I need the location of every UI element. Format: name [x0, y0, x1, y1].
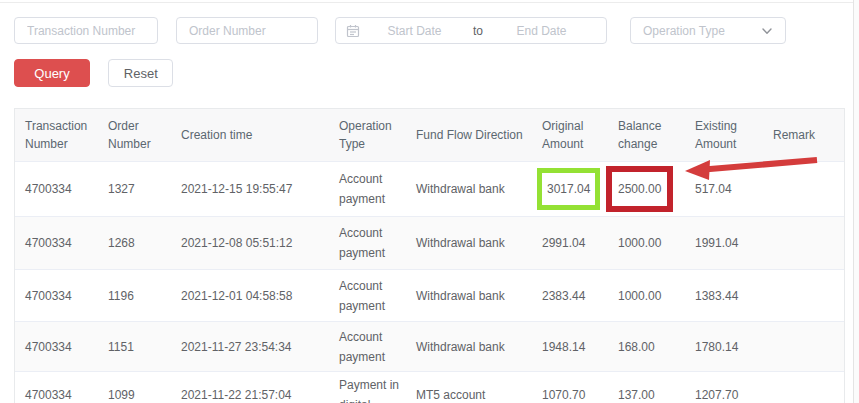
action-buttons: Query Reset: [14, 59, 173, 87]
cell-original-amount: 1948.14: [532, 322, 608, 371]
table-row: 4700334 1196 2021-12-01 04:58:58 Account…: [15, 269, 844, 321]
query-button[interactable]: Query: [14, 59, 90, 87]
cell-transaction-number: 4700334: [15, 372, 98, 403]
cell-creation-time: 2021-11-22 21:57:04: [171, 372, 329, 403]
cell-original-amount: 1070.70: [532, 372, 608, 403]
cell-operation-type: Account payment: [329, 162, 406, 216]
cell-order-number: 1268: [98, 217, 171, 269]
cell-remark: [763, 322, 844, 371]
cell-existing-amount: 1383.44: [685, 270, 763, 321]
cell-balance-change: 1000.00: [608, 217, 685, 269]
cell-order-number: 1196: [98, 270, 171, 321]
cell-balance-change: 137.00: [608, 372, 685, 403]
col-order-number: Order Number: [98, 109, 171, 161]
original-amount-value: 3017.04: [547, 182, 590, 196]
cell-fund-flow-direction: Withdrawal bank: [406, 217, 532, 269]
col-original-amount: Original Amount: [532, 109, 608, 161]
cell-existing-amount: 1991.04: [685, 217, 763, 269]
cell-creation-time: 2021-12-08 05:51:12: [171, 217, 329, 269]
cell-fund-flow-direction: Withdrawal bank: [406, 322, 532, 371]
calendar-icon: [346, 24, 360, 38]
table-row: 4700334 1099 2021-11-22 21:57:04 Payment…: [15, 371, 844, 403]
col-fund-flow-direction: Fund Flow Direction: [406, 109, 532, 161]
cell-remark: [763, 372, 844, 403]
col-creation-time: Creation time: [171, 109, 329, 161]
cell-order-number: 1099: [98, 372, 171, 403]
cell-original-amount: 2991.04: [532, 217, 608, 269]
transaction-number-input[interactable]: [14, 17, 158, 44]
highlight-box-green: 3017.04: [537, 168, 600, 210]
date-range-separator: to: [469, 24, 487, 38]
cell-original-amount: 3017.04: [532, 162, 608, 216]
chevron-down-icon: [761, 25, 773, 37]
operation-type-select[interactable]: Operation Type: [630, 17, 786, 44]
table-row: 4700334 1151 2021-11-27 23:54:34 Account…: [15, 321, 844, 371]
scrollbar[interactable]: [853, 0, 859, 403]
cell-operation-type: Account payment: [329, 217, 406, 269]
cell-transaction-number: 4700334: [15, 217, 98, 269]
end-date-field[interactable]: End Date: [487, 24, 596, 38]
cell-transaction-number: 4700334: [15, 322, 98, 371]
cell-transaction-number: 4700334: [15, 162, 98, 216]
cell-fund-flow-direction: MT5 account: [406, 372, 532, 403]
operation-type-placeholder: Operation Type: [643, 24, 725, 38]
cell-creation-time: 2021-11-27 23:54:34: [171, 322, 329, 371]
col-transaction-number: Transaction Number: [15, 109, 98, 161]
cell-existing-amount: 1780.14: [685, 322, 763, 371]
col-balance-change: Balance change: [608, 109, 685, 161]
order-number-input[interactable]: [176, 17, 318, 44]
cell-order-number: 1327: [98, 162, 171, 216]
reset-button[interactable]: Reset: [108, 59, 173, 87]
cell-operation-type: Account payment: [329, 270, 406, 321]
cell-order-number: 1151: [98, 322, 171, 371]
cell-operation-type: Payment in digital: [329, 372, 406, 403]
cell-remark: [763, 217, 844, 269]
cell-creation-time: 2021-12-01 04:58:58: [171, 270, 329, 321]
col-operation-type: Operation Type: [329, 109, 406, 161]
cell-fund-flow-direction: Withdrawal bank: [406, 162, 532, 216]
cell-existing-amount: 1207.70: [685, 372, 763, 403]
cell-balance-change: 168.00: [608, 322, 685, 371]
cell-operation-type: Account payment: [329, 322, 406, 371]
balance-change-value: 2500.00: [618, 182, 661, 196]
cell-remark: [763, 270, 844, 321]
start-date-field[interactable]: Start Date: [360, 24, 469, 38]
cell-fund-flow-direction: Withdrawal bank: [406, 270, 532, 321]
highlight-box-red: 2500.00: [606, 166, 673, 212]
cell-original-amount: 2383.44: [532, 270, 608, 321]
cell-balance-change: 1000.00: [608, 270, 685, 321]
red-arrow-annotation: [684, 150, 822, 182]
date-range-picker[interactable]: Start Date to End Date: [335, 17, 607, 44]
cell-transaction-number: 4700334: [15, 270, 98, 321]
top-divider: [0, 2, 859, 3]
cell-creation-time: 2021-12-15 19:55:47: [171, 162, 329, 216]
table-row: 4700334 1268 2021-12-08 05:51:12 Account…: [15, 216, 844, 269]
cell-balance-change: 2500.00: [608, 162, 685, 216]
